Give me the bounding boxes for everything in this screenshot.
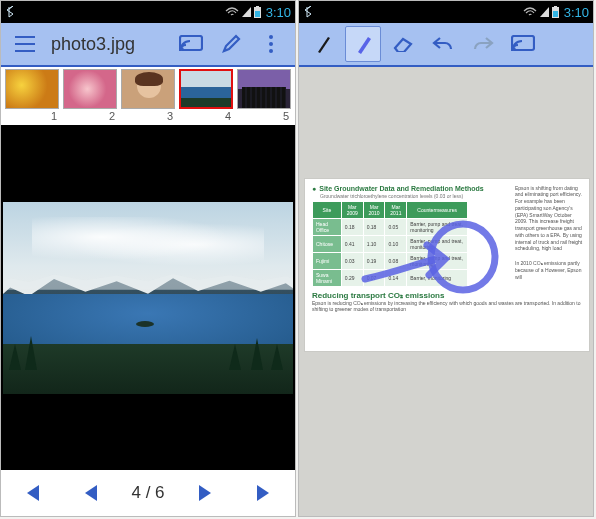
eraser-button[interactable] xyxy=(385,26,421,62)
first-button[interactable] xyxy=(12,474,50,512)
prev-button[interactable] xyxy=(72,474,110,512)
document-viewport[interactable]: Site Groundwater Data and Remediation Me… xyxy=(299,67,593,516)
doc-side-text: Epson is shifting from dating and elimin… xyxy=(515,185,585,253)
thumb-label: 2 xyxy=(109,109,119,123)
doc-side-column: Epson is shifting from dating and elimin… xyxy=(515,185,585,345)
svg-point-12 xyxy=(512,47,515,50)
clock: 3:10 xyxy=(266,5,291,20)
cast-button[interactable] xyxy=(173,26,209,62)
page-position: 4 / 6 xyxy=(131,483,164,503)
page-title: photo3.jpg xyxy=(47,34,169,55)
cast-icon xyxy=(511,35,535,53)
undo-button[interactable] xyxy=(425,26,461,62)
pen-icon xyxy=(314,34,332,54)
doc-side-text-2: In 2010 CO₂ emissions partly because of … xyxy=(515,260,585,280)
thumb-1[interactable]: 1 xyxy=(3,69,61,125)
viewer-area xyxy=(1,125,295,470)
thumbnail-strip: 1 2 3 4 5 xyxy=(1,67,295,125)
menu-button[interactable] xyxy=(7,26,43,62)
redo-button[interactable] xyxy=(465,26,501,62)
pencil-icon xyxy=(221,34,241,54)
clock: 3:10 xyxy=(564,5,589,20)
battery-icon xyxy=(552,6,559,18)
overflow-icon xyxy=(267,34,275,54)
svg-point-4 xyxy=(180,47,183,50)
thumb-label: 4 xyxy=(225,109,235,123)
overflow-button[interactable] xyxy=(253,26,289,62)
android-status-bar: 3:10 xyxy=(1,1,295,23)
left-screen: 3:10 photo3.jpg 1 2 3 4 5 xyxy=(0,0,296,517)
cast-icon xyxy=(179,35,203,53)
undo-icon xyxy=(432,36,454,52)
svg-rect-2 xyxy=(255,11,260,17)
eraser-icon xyxy=(392,36,414,52)
thumb-label: 3 xyxy=(167,109,177,123)
next-icon xyxy=(197,485,213,501)
thumb-4[interactable]: 4 xyxy=(177,69,235,125)
marker-button[interactable] xyxy=(345,26,381,62)
svg-rect-10 xyxy=(553,11,558,17)
doc-table: SiteMar 2009Mar 2010Mar 2011Countermeasu… xyxy=(312,201,468,287)
android-status-bar: 3:10 xyxy=(299,1,593,23)
menu-icon xyxy=(14,35,36,53)
nav-footer: 4 / 6 xyxy=(1,470,295,516)
skip-first-icon xyxy=(21,485,41,501)
signal-icon xyxy=(540,7,549,17)
battery-icon xyxy=(254,6,261,18)
document-page: Site Groundwater Data and Remediation Me… xyxy=(305,179,589,351)
svg-rect-1 xyxy=(256,6,259,8)
thumb-2[interactable]: 2 xyxy=(61,69,119,125)
photo-viewport[interactable] xyxy=(1,125,295,470)
photo-lake xyxy=(3,202,293,394)
marker-icon xyxy=(354,34,372,54)
thumb-label: 5 xyxy=(283,109,293,123)
thumb-5[interactable]: 5 xyxy=(235,69,293,125)
draw-toolbar xyxy=(299,23,593,67)
signal-icon xyxy=(242,7,251,17)
svg-point-6 xyxy=(269,42,273,46)
cast-button[interactable] xyxy=(505,26,541,62)
bluetooth-icon xyxy=(303,6,315,18)
svg-point-7 xyxy=(269,49,273,53)
svg-point-5 xyxy=(269,35,273,39)
wifi-icon xyxy=(523,7,537,17)
action-bar: photo3.jpg xyxy=(1,23,295,67)
canvas-area: Site Groundwater Data and Remediation Me… xyxy=(299,67,593,516)
wifi-icon xyxy=(225,7,239,17)
skip-last-icon xyxy=(255,485,275,501)
redo-icon xyxy=(472,36,494,52)
pen-button[interactable] xyxy=(305,26,341,62)
draw-button[interactable] xyxy=(213,26,249,62)
right-screen: 3:10 Site Groundwater Data and Remediati… xyxy=(298,0,594,517)
prev-icon xyxy=(83,485,99,501)
last-button[interactable] xyxy=(246,474,284,512)
thumb-label: 1 xyxy=(51,109,61,123)
next-button[interactable] xyxy=(186,474,224,512)
thumb-3[interactable]: 3 xyxy=(119,69,177,125)
bluetooth-icon xyxy=(5,6,17,18)
svg-rect-9 xyxy=(554,6,557,8)
